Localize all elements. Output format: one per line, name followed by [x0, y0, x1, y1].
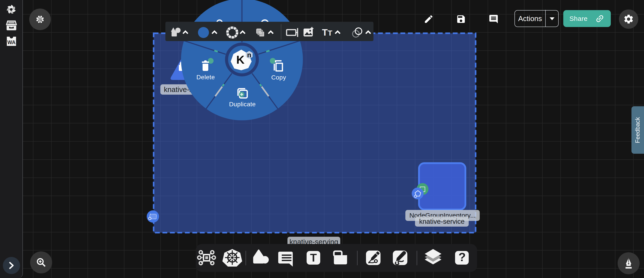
- svg-text:?: ?: [458, 250, 466, 264]
- svg-text:WA: WA: [7, 39, 16, 45]
- svg-text:K: K: [236, 53, 244, 66]
- svg-text:n: n: [247, 51, 252, 59]
- svg-text:T: T: [328, 29, 332, 37]
- svg-text:T: T: [322, 27, 328, 37]
- svg-text:T: T: [310, 252, 317, 264]
